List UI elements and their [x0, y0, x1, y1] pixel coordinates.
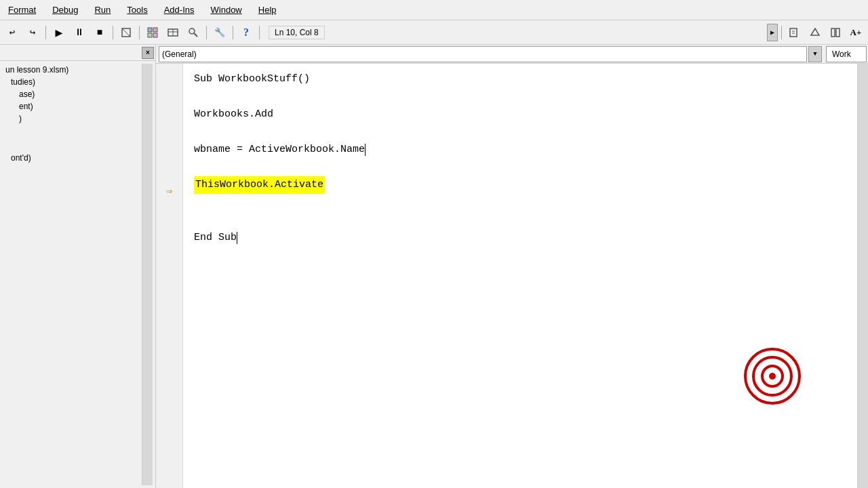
- text-cursor-indicator: [365, 144, 366, 156]
- text-cursor: [237, 232, 237, 244]
- toolbar: ↩ ↪ ▶ ⏸ ■: [0, 20, 868, 45]
- toolbar-sep-7: [781, 26, 782, 39]
- redo-button[interactable]: ↪: [23, 24, 42, 41]
- code-line-4: wbname = ActiveWorkbook.Name: [194, 141, 846, 159]
- menu-bar: Format Debug Run Tools Add-Ins Window He…: [0, 0, 868, 20]
- code-line-7: [194, 194, 846, 211]
- menu-run[interactable]: Run: [92, 3, 113, 16]
- sidebar-item-1[interactable]: tudies): [3, 76, 142, 88]
- menu-debug[interactable]: Debug: [50, 3, 81, 16]
- sidebar-scrollbar[interactable]: [142, 64, 153, 485]
- svg-line-10: [194, 33, 197, 37]
- code-line-1: [194, 88, 846, 106]
- menu-window[interactable]: Window: [208, 3, 245, 16]
- code-lines[interactable]: Sub WorkbookStuff() Workbooks.Add wbname…: [183, 64, 857, 488]
- toolbar-sep-1: [45, 26, 46, 39]
- toolbar-sep-3: [139, 26, 140, 39]
- sidebar-item-4[interactable]: ): [3, 113, 142, 125]
- code-area: ▼ Work ⇒ Sub WorkbookStuff() Workbooks.A…: [156, 45, 868, 488]
- sidebar-gap: [3, 125, 142, 152]
- dropdown-bar: ▼ Work: [156, 45, 868, 64]
- toolbar-sep-4: [206, 26, 207, 39]
- code-text-0: Sub WorkbookStuff(): [194, 70, 310, 88]
- reticle-icon: [742, 346, 803, 407]
- code-line-3: [194, 123, 846, 141]
- extra-btn-2[interactable]: [806, 24, 825, 41]
- menu-format[interactable]: Format: [5, 3, 39, 16]
- help-button[interactable]: ?: [237, 24, 256, 41]
- code-line-2: Workbooks.Add: [194, 106, 846, 123]
- general-dropdown-arrow[interactable]: ▼: [808, 46, 822, 62]
- toolbar-sep-2: [113, 26, 113, 39]
- sidebar: × un lesson 9.xlsm) tudies) ase) ent) ) …: [0, 45, 156, 488]
- svg-rect-11: [790, 28, 797, 37]
- cursor-position: Ln 10, Col 8: [269, 26, 325, 39]
- code-gutter: ⇒: [156, 64, 183, 488]
- sidebar-header: ×: [0, 45, 155, 61]
- svg-rect-5: [153, 33, 157, 37]
- undo-button[interactable]: ↩: [3, 24, 22, 41]
- code-line-5: [194, 159, 846, 176]
- main-area: × un lesson 9.xlsm) tudies) ase) ent) ) …: [0, 45, 868, 488]
- tools-button[interactable]: 🔧: [210, 24, 229, 41]
- code-text-end-sub: End Sub: [194, 229, 237, 247]
- svg-rect-2: [148, 28, 152, 32]
- highlighted-code-text: ThisWorkbook.Activate: [194, 176, 325, 194]
- menu-help[interactable]: Help: [256, 3, 279, 16]
- sidebar-item-2[interactable]: ase): [3, 88, 142, 100]
- toolbar-sep-5: [233, 26, 233, 39]
- extra-btn-3[interactable]: [826, 24, 845, 41]
- sidebar-close-button[interactable]: ×: [142, 47, 154, 59]
- code-line-0: Sub WorkbookStuff(): [194, 70, 846, 88]
- general-dropdown[interactable]: [159, 46, 807, 62]
- toolbar-expand-button[interactable]: ▶: [767, 24, 778, 41]
- sidebar-tree: un lesson 9.xlsm) tudies) ase) ent) ) on…: [3, 64, 142, 485]
- svg-line-1: [122, 28, 130, 37]
- svg-rect-4: [148, 33, 152, 37]
- pause-button[interactable]: ⏸: [70, 24, 89, 41]
- code-editor[interactable]: ⇒ Sub WorkbookStuff() Workbooks.Add wbna…: [156, 64, 868, 488]
- svg-rect-15: [836, 28, 840, 37]
- stop-button[interactable]: ■: [90, 24, 109, 41]
- code-text-4: wbname = ActiveWorkbook.Name: [194, 141, 365, 159]
- toolbar-sep-6: [259, 26, 260, 39]
- code-line-6: ThisWorkbook.Activate: [194, 176, 846, 194]
- code-line-9: End Sub: [194, 229, 846, 247]
- design-button[interactable]: [117, 24, 136, 41]
- svg-rect-14: [831, 28, 835, 37]
- sidebar-item-0[interactable]: un lesson 9.xlsm): [3, 64, 142, 76]
- execution-arrow: ⇒: [159, 184, 180, 198]
- extra-btn-1[interactable]: [785, 24, 804, 41]
- svg-rect-3: [153, 28, 157, 32]
- svg-point-19: [769, 373, 776, 380]
- properties-button[interactable]: [163, 24, 182, 41]
- sidebar-item-5[interactable]: ont'd): [3, 152, 142, 164]
- code-text-2: Workbooks.Add: [194, 106, 273, 123]
- extra-btn-4[interactable]: A+: [846, 24, 865, 41]
- run-button[interactable]: ▶: [50, 24, 68, 41]
- project-explorer-button[interactable]: [143, 24, 162, 41]
- menu-tools[interactable]: Tools: [124, 3, 150, 16]
- svg-point-9: [189, 28, 195, 34]
- code-scrollbar[interactable]: [857, 64, 868, 488]
- work-dropdown[interactable]: Work: [826, 46, 867, 62]
- sidebar-content: un lesson 9.xlsm) tudies) ase) ent) ) on…: [0, 61, 155, 488]
- code-line-8: [194, 211, 846, 229]
- object-browser-button[interactable]: [184, 24, 203, 41]
- sidebar-item-3[interactable]: ent): [3, 100, 142, 113]
- menu-addins[interactable]: Add-Ins: [161, 3, 197, 16]
